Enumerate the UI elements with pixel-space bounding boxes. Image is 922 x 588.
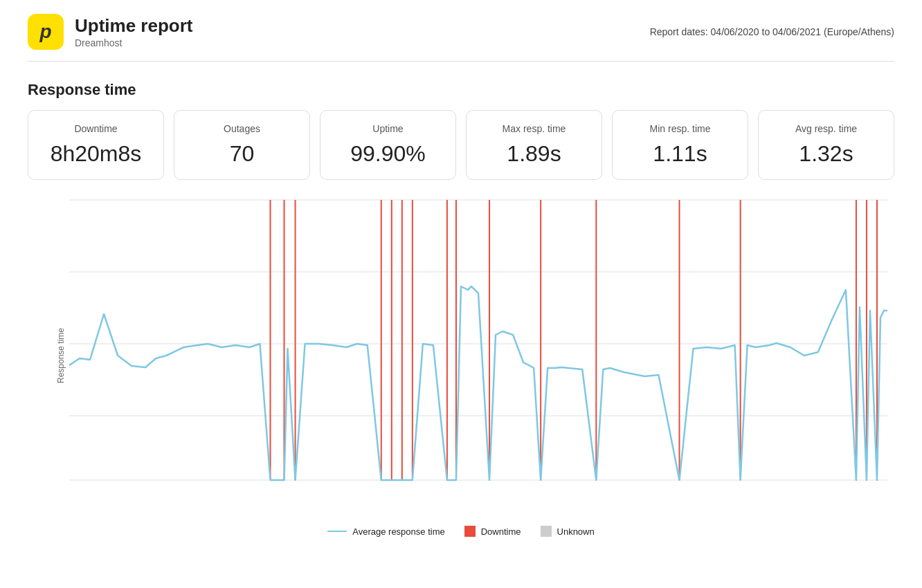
y-axis-label: Response time	[56, 328, 66, 383]
stat-label: Avg resp. time	[772, 123, 880, 134]
stat-card: Avg resp. time1.32s	[758, 110, 894, 180]
chart-container: Response time 2 s 1.5 s 1 s 0.5 s 0 s 20…	[0, 196, 922, 558]
stat-value: 8h20m8s	[42, 141, 150, 167]
chart-legend: Average response time Downtime Unknown	[28, 515, 894, 544]
header-title: Uptime report Dreamhost	[75, 15, 192, 48]
legend-line-icon	[327, 531, 347, 532]
stat-label: Uptime	[334, 123, 442, 134]
stat-value: 1.89s	[480, 141, 588, 167]
section-title: Response time	[0, 62, 922, 110]
stat-card: Uptime99.90%	[320, 110, 456, 180]
stat-label: Max resp. time	[480, 123, 588, 134]
stat-card: Max resp. time1.89s	[466, 110, 602, 180]
stat-value: 1.11s	[626, 141, 734, 167]
stat-value: 99.90%	[334, 141, 442, 167]
downtime-icon	[464, 526, 476, 537]
chart-wrap: Response time 2 s 1.5 s 1 s 0.5 s 0 s 20…	[28, 196, 894, 515]
unknown-label: Unknown	[557, 526, 595, 537]
legend-avg-label: Average response time	[352, 526, 444, 537]
stat-card: Outages70	[174, 110, 310, 180]
stat-card: Downtime8h20m8s	[28, 110, 164, 180]
legend-unknown: Unknown	[541, 526, 595, 537]
stats-row: Downtime8h20m8sOutages70Uptime99.90%Max …	[0, 110, 922, 196]
stat-label: Outages	[188, 123, 296, 134]
stat-label: Min resp. time	[626, 123, 734, 134]
stat-card: Min resp. time1.11s	[612, 110, 748, 180]
page-title: Uptime report	[75, 15, 192, 37]
report-dates: Report dates: 04/06/2020 to 04/06/2021 (…	[650, 26, 894, 37]
stat-label: Downtime	[42, 123, 150, 134]
subtitle: Dreamhost	[75, 37, 192, 48]
header-left: p Uptime report Dreamhost	[28, 14, 192, 50]
legend-downtime: Downtime	[464, 526, 521, 537]
stat-value: 1.32s	[772, 141, 880, 167]
legend-avg: Average response time	[327, 526, 444, 537]
chart-area: 2 s 1.5 s 1 s 0.5 s 0 s 2020 May 2020 Ju…	[69, 196, 887, 487]
unknown-icon	[541, 526, 552, 537]
stat-value: 70	[188, 141, 296, 167]
logo: p	[28, 14, 64, 50]
page-header: p Uptime report Dreamhost Report dates: …	[0, 0, 922, 61]
chart-svg: 2 s 1.5 s 1 s 0.5 s 0 s 2020 May 2020 Ju…	[69, 196, 887, 487]
downtime-label: Downtime	[481, 526, 521, 537]
